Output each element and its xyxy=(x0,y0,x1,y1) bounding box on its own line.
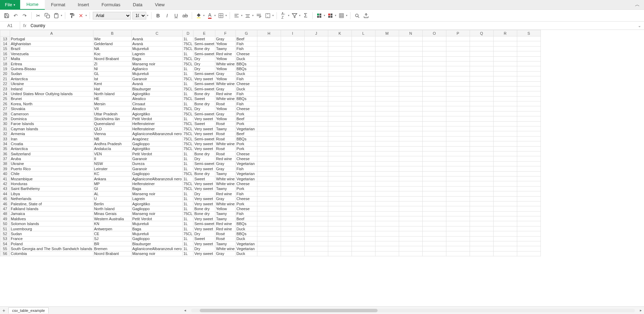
cell[interactable] xyxy=(352,76,375,81)
cell[interactable] xyxy=(422,141,446,146)
cell[interactable]: Afghanistan xyxy=(10,41,93,46)
cell[interactable]: Dry xyxy=(193,106,215,111)
cell[interactable] xyxy=(257,101,281,106)
cell[interactable] xyxy=(257,106,281,111)
cell[interactable]: Bone dry xyxy=(193,151,215,156)
cell[interactable]: Beef xyxy=(236,216,257,221)
font-family-select[interactable]: Arial xyxy=(93,12,131,19)
cell[interactable] xyxy=(352,176,375,181)
cut-icon[interactable]: ✂ xyxy=(34,12,42,19)
cell[interactable] xyxy=(257,216,281,221)
cell[interactable]: Gaglioppo xyxy=(131,236,182,241)
cell[interactable]: Gray xyxy=(215,71,236,76)
cell[interactable] xyxy=(493,186,517,191)
row-header[interactable]: 38 xyxy=(0,161,10,166)
cell[interactable] xyxy=(257,206,281,211)
cell[interactable] xyxy=(446,236,470,241)
cell[interactable] xyxy=(352,136,375,141)
cell[interactable] xyxy=(281,36,304,41)
cell[interactable] xyxy=(517,171,540,176)
cell[interactable] xyxy=(493,106,517,111)
column-header[interactable]: R xyxy=(493,30,517,36)
cell[interactable]: Hat xyxy=(93,86,131,91)
cell[interactable] xyxy=(257,136,281,141)
cell[interactable] xyxy=(446,106,470,111)
cell[interactable] xyxy=(517,131,540,136)
row-header[interactable]: 22 xyxy=(0,81,10,86)
cell[interactable]: BBQs xyxy=(236,221,257,226)
column-header[interactable]: L xyxy=(352,30,375,36)
cell[interactable] xyxy=(446,196,470,201)
cell[interactable] xyxy=(493,166,517,171)
cell[interactable]: Dureza xyxy=(131,161,182,166)
cell[interactable] xyxy=(422,51,446,56)
cell[interactable] xyxy=(517,226,540,231)
cell[interactable]: Gelderland xyxy=(93,41,131,46)
cell[interactable]: Petit Verdot xyxy=(131,151,182,156)
cell[interactable]: NB xyxy=(93,136,131,141)
cell[interactable] xyxy=(446,121,470,126)
cell[interactable]: Yellow xyxy=(215,76,236,81)
cell[interactable] xyxy=(375,71,399,76)
cell[interactable]: Semi-sweet xyxy=(193,81,215,86)
cell[interactable]: Rosé xyxy=(215,146,236,151)
cell[interactable] xyxy=(470,96,493,101)
row-header[interactable]: 16 xyxy=(0,51,10,56)
row-header[interactable]: 37 xyxy=(0,156,10,161)
cell[interactable]: Tawny xyxy=(215,171,236,176)
cell[interactable] xyxy=(328,171,352,176)
cell[interactable] xyxy=(493,96,517,101)
cell[interactable] xyxy=(257,236,281,241)
cell[interactable]: Luxembourg xyxy=(10,226,93,231)
cell[interactable]: Ukraine xyxy=(10,161,93,166)
cell[interactable] xyxy=(304,46,328,51)
cell[interactable] xyxy=(352,201,375,206)
cell[interactable]: MP xyxy=(93,181,131,186)
cell[interactable] xyxy=(517,241,540,246)
cell[interactable]: Tawny xyxy=(215,241,236,246)
file-menu[interactable]: File▾ xyxy=(0,0,20,10)
cell[interactable] xyxy=(375,161,399,166)
cell[interactable]: Yellow xyxy=(215,66,236,71)
cell[interactable] xyxy=(257,66,281,71)
cell[interactable] xyxy=(470,216,493,221)
cell[interactable] xyxy=(422,216,446,221)
cell[interactable]: Mujuretuli xyxy=(131,231,182,236)
cell[interactable] xyxy=(281,96,304,101)
cell[interactable] xyxy=(352,96,375,101)
cell[interactable] xyxy=(446,151,470,156)
cell[interactable]: 1L xyxy=(183,191,193,196)
cell[interactable]: White wine xyxy=(215,246,236,251)
cell[interactable]: Bone dry xyxy=(193,171,215,176)
cell[interactable] xyxy=(304,116,328,121)
cell[interactable]: Switzerland xyxy=(10,151,93,156)
cell[interactable] xyxy=(352,51,375,56)
cell[interactable] xyxy=(352,116,375,121)
cell[interactable]: Rosé xyxy=(215,231,236,236)
cell[interactable] xyxy=(422,36,446,41)
cell[interactable]: White wine xyxy=(215,181,236,186)
cell[interactable] xyxy=(352,166,375,171)
cell[interactable] xyxy=(328,151,352,156)
cell[interactable] xyxy=(328,106,352,111)
row-header[interactable]: 15 xyxy=(0,46,10,51)
cell[interactable]: NSW xyxy=(93,161,131,166)
cell[interactable]: Sudan xyxy=(10,231,93,236)
cell[interactable]: Mozambique xyxy=(10,176,93,181)
cell[interactable]: KC xyxy=(93,171,131,176)
cell[interactable] xyxy=(281,71,304,76)
cell[interactable] xyxy=(281,231,304,236)
cell[interactable] xyxy=(422,186,446,191)
cell[interactable] xyxy=(446,136,470,141)
cell[interactable] xyxy=(281,116,304,121)
cell[interactable]: Leinster xyxy=(93,166,131,171)
cell[interactable] xyxy=(470,136,493,141)
cell[interactable] xyxy=(375,66,399,71)
cell[interactable] xyxy=(281,86,304,91)
cell[interactable] xyxy=(257,246,281,251)
cell[interactable]: Aleatico xyxy=(131,106,182,111)
cell[interactable] xyxy=(517,186,540,191)
cell[interactable] xyxy=(352,111,375,116)
cell[interactable] xyxy=(517,91,540,96)
row-header[interactable]: 23 xyxy=(0,86,10,91)
